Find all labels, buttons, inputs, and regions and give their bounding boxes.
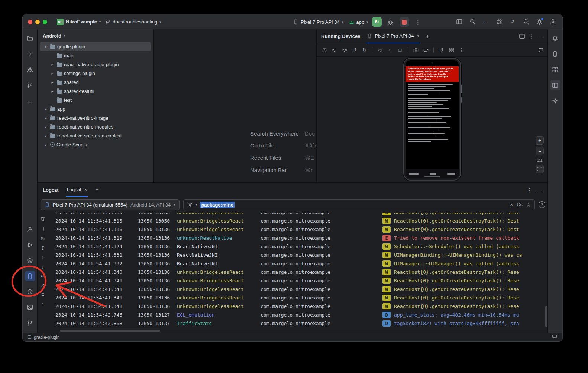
log-row[interactable]: 2024-10-14 11:54:41.33113050-13136ReactN…	[48, 251, 545, 259]
log-row[interactable]: 2024-10-14 11:54:42.74613050-13127EGL_em…	[48, 311, 545, 319]
next-occurrence-icon[interactable]: ↓	[42, 264, 44, 269]
zoom-in-button[interactable]: +	[536, 136, 544, 145]
feedback-icon[interactable]	[536, 45, 545, 55]
logcat-filter-input[interactable]: ▾ package:mine × Cc ☆	[183, 199, 535, 210]
notifications-icon[interactable]	[550, 33, 560, 43]
log-row[interactable]: 2024-10-14 11:54:41.32413050-13136ReactN…	[48, 242, 545, 251]
log-row[interactable]: 2024-10-14 11:54:41.33213050-13136ReactN…	[48, 259, 545, 268]
editor-area[interactable]: Search EverywhereDouGo to File⇧⌘ORecent …	[154, 29, 316, 182]
more-options-icon[interactable]: ⋮	[529, 33, 534, 39]
status-right-icon[interactable]	[552, 334, 557, 340]
tree-item-settings-plugin[interactable]: ▸settings-plugin	[40, 69, 151, 78]
tree-item-shared[interactable]: ▸shared	[40, 78, 151, 87]
tree-item-gradle-scripts[interactable]: ▸Gradle Scripts	[40, 140, 151, 149]
tree-item-gradle-plugin[interactable]: ▾gradle-plugin	[40, 42, 151, 51]
more-options-icon[interactable]: ⋮	[527, 187, 532, 193]
log-row[interactable]: 2024-10-14 11:54:41.31513050-13050unknow…	[48, 217, 545, 225]
screenshot-icon[interactable]	[411, 45, 420, 55]
gemini-icon[interactable]	[550, 95, 560, 106]
device-tab[interactable]: Pixel 7 Pro API 34 ×	[366, 29, 420, 43]
tree-item-react-native-nitro-image[interactable]: ▸react-native-nitro-image	[40, 113, 151, 122]
logcat-device-selector[interactable]: Pixel 7 Pro API 34 (emulator-5554) Andro…	[41, 199, 180, 210]
settings-icon[interactable]	[534, 17, 545, 27]
zoom-out-button[interactable]: −	[536, 147, 544, 155]
favorite-filter-icon[interactable]: ☆	[526, 202, 531, 208]
emulator-phone[interactable]: Unable to load script. Make sure you're …	[403, 58, 461, 181]
account-icon[interactable]	[547, 17, 558, 27]
run-tool-icon[interactable]	[25, 240, 35, 250]
minimize-window-button[interactable]	[35, 20, 40, 24]
chevron-right-icon[interactable]: ▸	[43, 125, 48, 129]
pause-logcat-icon[interactable]	[40, 226, 45, 232]
log-row[interactable]: 2024-10-14 11:54:41.34013050-13136unknow…	[48, 268, 545, 276]
chevron-right-icon[interactable]: ▸	[50, 62, 55, 67]
chevron-right-icon[interactable]: ▸	[43, 134, 48, 138]
nav-overview-icon[interactable]: □	[395, 45, 405, 55]
tree-item-main[interactable]: main	[40, 51, 151, 60]
nav-back-icon[interactable]: ◁	[375, 45, 385, 55]
export-logs-icon[interactable]: ↗	[41, 283, 45, 288]
snapshot-icon[interactable]: ↺	[437, 45, 446, 55]
project-selector[interactable]: NE NitroExample ▾	[57, 19, 101, 25]
close-window-button[interactable]	[28, 20, 32, 24]
layout-options-icon[interactable]	[519, 33, 525, 39]
rotate-left-icon[interactable]: ↺	[350, 45, 359, 55]
clear-filter-icon[interactable]: ×	[510, 202, 513, 208]
screen-record-icon[interactable]	[421, 45, 430, 55]
nav-home-icon[interactable]: ○	[385, 45, 395, 55]
todo-list-icon[interactable]: ≡	[481, 17, 491, 27]
chevron-right-icon[interactable]: ▸	[50, 89, 55, 93]
pull-requests-icon[interactable]	[25, 80, 35, 90]
log-row[interactable]: 2024-10-14 11:54:41.31913050-13136unknow…	[48, 234, 545, 242]
scroll-to-end-icon[interactable]: ↧	[41, 246, 45, 251]
rerun-button[interactable]: ↻	[372, 17, 382, 27]
run-config-selector[interactable]: app ▾	[349, 19, 368, 25]
device-manager-icon[interactable]	[550, 49, 560, 59]
logcat-settings-icon[interactable]: ≡	[41, 292, 44, 297]
match-case-toggle[interactable]: Cc	[517, 202, 523, 207]
clear-logcat-icon[interactable]	[40, 216, 45, 222]
tree-item-react-native-safe-area-context[interactable]: ▸react-native-safe-area-context	[40, 131, 151, 140]
close-tab-icon[interactable]: ×	[416, 33, 419, 39]
tree-item-test[interactable]: test	[40, 95, 151, 104]
new-logcat-tab-button[interactable]: +	[95, 186, 98, 193]
logcat-tab[interactable]: Logcat ×	[66, 183, 88, 197]
device-frame-icon[interactable]	[454, 17, 464, 27]
logcat-tool-icon[interactable]	[25, 271, 35, 281]
logcat-body[interactable]: 2024-10-14 11:54:41.31413050-13136unknow…	[48, 213, 545, 327]
stop-button[interactable]	[400, 17, 409, 27]
soft-wrap-icon[interactable]: ↩	[41, 273, 45, 279]
chevron-right-icon[interactable]: ▸	[43, 116, 48, 120]
add-device-tab-button[interactable]: +	[426, 33, 429, 40]
expand-toolbar-icon[interactable]: ›	[42, 301, 44, 306]
help-icon[interactable]: ?	[539, 201, 545, 208]
version-control-tool-icon[interactable]	[25, 318, 35, 328]
log-row[interactable]: 2024-10-14 11:54:41.34113050-13136unknow…	[48, 302, 545, 311]
project-view-selector[interactable]: Android	[43, 33, 61, 39]
chevron-right-icon[interactable]: ▸	[43, 143, 48, 147]
rotate-right-icon[interactable]: ↻	[360, 45, 369, 55]
log-row[interactable]: 2024-10-14 11:54:41.34113050-13136unknow…	[48, 285, 545, 293]
hide-panel-icon[interactable]: —	[538, 33, 544, 39]
history-tool-icon[interactable]	[25, 286, 35, 297]
emulator-screen[interactable]: Unable to load script. Make sure you're …	[406, 60, 459, 178]
tree-item-react-native-nitro-modules[interactable]: ▸react-native-nitro-modules	[40, 122, 151, 131]
services-tool-icon[interactable]	[25, 255, 35, 266]
profiler-icon[interactable]	[494, 17, 504, 27]
display-mode-icon[interactable]	[447, 45, 456, 55]
layout-inspector-icon[interactable]	[550, 64, 560, 75]
tree-item-react-native-gradle-plugin[interactable]: ▸react-native-gradle-plugin	[40, 60, 151, 69]
volume-down-icon[interactable]	[330, 45, 339, 55]
device-selector[interactable]: Pixel 7 Pro API 34 ▾	[293, 19, 343, 25]
debug-button[interactable]	[385, 17, 396, 27]
share-icon[interactable]: ↗	[507, 17, 518, 27]
previous-occurrence-icon[interactable]: ↑	[42, 255, 44, 260]
hide-panel-icon[interactable]: —	[537, 187, 543, 193]
extended-controls-icon[interactable]: ⋮	[457, 45, 466, 55]
log-row[interactable]: 2024-10-14 11:54:41.34113050-13136unknow…	[48, 276, 545, 285]
log-row[interactable]: 2024-10-14 11:54:41.34113050-13136unknow…	[48, 293, 545, 302]
build-tool-icon[interactable]	[25, 224, 35, 234]
chevron-right-icon[interactable]: ▸	[43, 107, 48, 111]
chevron-right-icon[interactable]: ▸	[50, 80, 55, 84]
chevron-down-icon[interactable]: ▾	[43, 45, 48, 49]
